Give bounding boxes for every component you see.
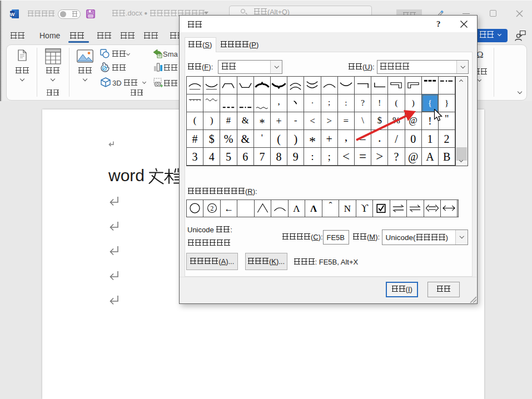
svg-text:2: 2 [210,205,213,212]
svg-text:W: W [10,12,15,17]
